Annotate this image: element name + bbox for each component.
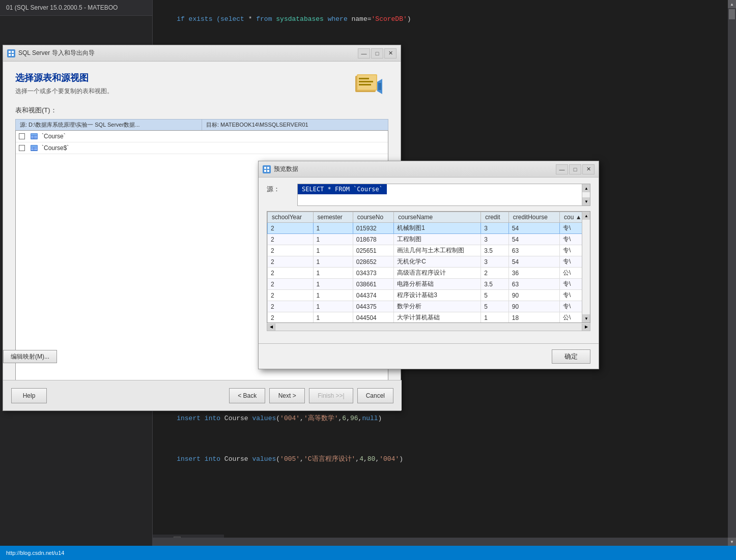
table-cell: 5	[481, 301, 509, 312]
vscroll-up-btn[interactable]: ▲	[728, 0, 736, 8]
table-cell: 1	[313, 268, 353, 279]
table-vscrollbar[interactable]: ▲ ▼	[582, 212, 590, 322]
svg-rect-24	[264, 167, 266, 169]
preview-maximize-btn[interactable]: □	[569, 164, 581, 174]
svg-rect-7	[359, 78, 369, 79]
wizard-buttons-bar: Help < Back Next > Finish >>| Cancel	[3, 380, 402, 410]
table-cell: 大学计算机基础	[394, 312, 481, 323]
preview-close-btn[interactable]: ✕	[582, 164, 595, 174]
wizard-title: SQL Server 导入和导出向导	[18, 49, 95, 57]
course-checkbox[interactable]	[16, 132, 28, 140]
confirm-button[interactable]: 确定	[552, 349, 590, 364]
source-header-cell: 源: D:\数据库系统原理\实验一 SQL Server数据...	[16, 120, 202, 130]
svg-rect-15	[34, 136, 37, 137]
table-row[interactable]: 21034373高级语言程序设计236公\	[268, 268, 590, 279]
table-cell: 1	[313, 256, 353, 268]
svg-rect-1	[12, 51, 14, 53]
preview-minimize-btn[interactable]: —	[556, 164, 568, 174]
source-vscrollbar[interactable]: ▲ ▼	[582, 184, 590, 205]
table-cell: 18	[508, 312, 559, 323]
status-bar: http://blog.csdn.net/u14	[0, 546, 736, 560]
table-cell: 画法几何与土木工程制图	[394, 245, 481, 256]
svg-rect-0	[9, 51, 11, 53]
course-dest-text	[208, 135, 388, 137]
svg-rect-9	[359, 84, 371, 85]
help-button[interactable]: Help	[11, 388, 47, 403]
finish-button[interactable]: Finish >>|	[309, 388, 353, 403]
course-dollar-checkbox[interactable]	[16, 144, 28, 152]
table-hscrollbar[interactable]: ◀ ▶	[267, 323, 590, 331]
wizard-minimize-btn[interactable]: —	[358, 48, 370, 58]
table-cell: 1	[313, 301, 353, 312]
wizard-titlebar: SQL Server 导入和导出向导 — □ ✕	[3, 45, 401, 62]
table-cell: 1	[313, 245, 353, 256]
table-cell: 电路分析基础	[394, 279, 481, 290]
svg-rect-16	[31, 137, 34, 138]
table-cell: 028652	[353, 256, 394, 268]
table-cell: 018678	[353, 234, 394, 245]
wizard-app-icon	[7, 49, 15, 57]
vscroll-thumb[interactable]	[729, 9, 735, 19]
svg-rect-2	[9, 54, 11, 56]
table-row[interactable]: 21044504大学计算机基础118公\	[268, 312, 590, 323]
course-dollar-checkbox-input[interactable]	[19, 145, 25, 151]
svg-rect-14	[31, 136, 34, 137]
course-dollar-dest-text	[208, 147, 388, 149]
wizard-titlebar-left: SQL Server 导入和导出向导	[7, 49, 95, 57]
cancel-button[interactable]: Cancel	[357, 388, 393, 403]
table-cell: 1	[313, 234, 353, 245]
table-row[interactable]: 21038661电路分析基础3.563专\	[268, 279, 590, 290]
bottom-code-line-4	[161, 434, 728, 444]
svg-rect-22	[31, 149, 34, 150]
data-table-container[interactable]: schoolYear semester courseNo courseName …	[267, 211, 590, 323]
table-cell: 54	[508, 234, 559, 245]
svg-rect-26	[264, 170, 266, 172]
src-dest-header: 源: D:\数据库系统原理\实验一 SQL Server数据... 目标: MA…	[15, 119, 388, 130]
table-scroll-right[interactable]: ▶	[582, 323, 590, 331]
table-view-label: 表和视图(T)：	[15, 106, 388, 115]
source-scroll-down[interactable]: ▼	[582, 197, 590, 205]
source-scroll-up[interactable]: ▲	[582, 184, 590, 192]
table-cell: 1	[313, 279, 353, 290]
table-row[interactable]: 21028652无机化学C354专\	[268, 256, 590, 268]
table-row-course[interactable]: `Course`	[16, 131, 388, 142]
svg-rect-25	[267, 167, 269, 169]
source-query-box-wrapper: SELECT * FROM `Course` ▲ ▼	[297, 184, 590, 206]
table-row[interactable]: 21044374程序设计基础3590专\	[268, 290, 590, 301]
wizard-maximize-btn[interactable]: □	[371, 48, 383, 58]
back-button[interactable]: < Back	[229, 388, 265, 403]
table-cell: 2	[268, 268, 314, 279]
svg-rect-21	[34, 148, 37, 149]
source-row: 源： SELECT * FROM `Course` ▲ ▼	[267, 184, 590, 206]
table-scroll-up[interactable]: ▲	[582, 212, 590, 220]
table-cell: 3.5	[481, 279, 509, 290]
edit-mapping-button[interactable]: 编辑映射(M)...	[3, 350, 57, 363]
wizard-close-btn[interactable]: ✕	[384, 48, 397, 58]
svg-rect-11	[378, 83, 381, 90]
table-cell: 3	[481, 234, 509, 245]
vscroll-down-btn[interactable]: ▼	[728, 538, 736, 546]
table-cell: 3.5	[481, 245, 509, 256]
course-checkbox-input[interactable]	[19, 133, 25, 139]
table-cell: 54	[508, 223, 559, 234]
table-scroll-left[interactable]: ◀	[267, 323, 275, 331]
col-schoolyear: schoolYear	[268, 212, 314, 223]
table-scroll-down[interactable]: ▼	[582, 314, 590, 322]
col-semester: semester	[313, 212, 353, 223]
editor-hscrollbar[interactable]	[153, 538, 728, 546]
table-row[interactable]: 21025651画法几何与土木工程制图3.563专\	[268, 245, 590, 256]
source-query-container: SELECT * FROM `Course` ▲ ▼	[297, 184, 590, 206]
svg-rect-19	[31, 145, 37, 147]
table-row[interactable]: 21044375数学分析590专\	[268, 301, 590, 312]
table-row[interactable]: 21018678工程制图354专\	[268, 234, 590, 245]
editor-vscrollbar[interactable]: ▲ ▼	[728, 0, 736, 546]
wizard-heading: 选择源表和源视图	[15, 72, 113, 84]
table-cell: 1	[313, 312, 353, 323]
next-button[interactable]: Next >	[269, 388, 305, 403]
svg-rect-8	[359, 81, 373, 82]
table-cell: 025651	[353, 245, 394, 256]
table-row[interactable]: 21015932机械制图1354专\	[268, 223, 590, 234]
table-cell: 2	[268, 279, 314, 290]
svg-rect-3	[12, 54, 14, 56]
table-row-course-dollar[interactable]: `Course$`	[16, 142, 388, 154]
